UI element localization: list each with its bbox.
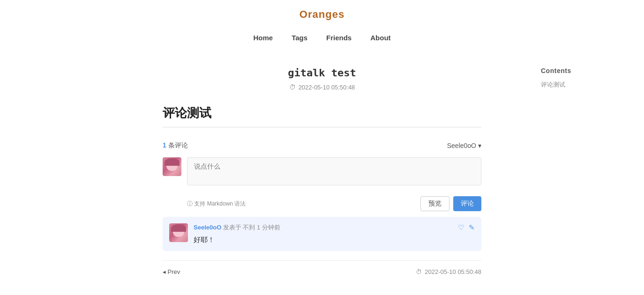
post-title: gitalk test [163,67,481,79]
nav-about[interactable]: About [370,32,390,44]
content-area: gitalk test ⏱ 2022-05-10 05:50:48 评论测试 1… [163,67,481,283]
nav-home[interactable]: Home [253,32,273,44]
comment-body: Seele0oO 发表于 不到 1 分钟前 ♡ ✎ 好耶！ [194,223,475,244]
main-layout: gitalk test ⏱ 2022-05-10 05:50:48 评论测试 1… [0,53,644,295]
page-wrapper: Oranges Home Tags Friends About gitalk t… [0,0,644,295]
edit-icon[interactable]: ✎ [469,223,475,232]
footer-nav-prev[interactable]: ◂ Prev [163,268,180,275]
comments-count-number[interactable]: 1 [163,141,166,149]
post-meta: ⏱ 2022-05-10 05:50:48 [163,83,481,91]
comment-input-wrapper [187,157,481,187]
chevron-down-icon: ▾ [478,142,481,149]
preview-button[interactable]: 预览 [420,196,449,211]
comment-item: Seele0oO 发表于 不到 1 分钟前 ♡ ✎ 好耶！ [163,217,481,251]
post-date: 2022-05-10 05:50:48 [299,84,355,91]
avatar [163,157,181,176]
action-buttons: 预览 评论 [420,196,481,211]
footer-nav-time: ⏱ 2022-05-10 05:50:48 [416,268,481,275]
toc-item-0[interactable]: 评论测试 [541,79,616,90]
comment-textarea[interactable] [187,157,481,185]
comments-count: 1 条评论 [163,141,188,150]
comment-text: 好耶！ [194,236,475,244]
comments-section: 1 条评论 Seele0oO ▾ [163,141,481,251]
markdown-hint: ⓘ 支持 Markdown 语法 [187,200,246,208]
comments-header: 1 条评论 Seele0oO ▾ [163,141,481,150]
like-icon[interactable]: ♡ [458,223,464,232]
comments-count-suffix: 条评论 [166,141,188,149]
footer-nav: ◂ Prev ⏱ 2022-05-10 05:50:48 [163,260,481,283]
markdown-hint-text: ⓘ 支持 Markdown 语法 [187,200,246,208]
comment-avatar-image [169,223,188,242]
prev-label: ◂ Prev [163,268,180,275]
site-header: Oranges Home Tags Friends About [0,0,644,53]
toc-title: Contents [541,67,616,74]
comment-form [163,157,481,187]
comment-actions: ♡ ✎ [458,223,475,232]
comment-meta-row: Seele0oO 发表于 不到 1 分钟前 ♡ ✎ [194,223,475,232]
clock-icon: ⏱ [289,83,296,91]
article-content: 评论测试 [163,105,481,127]
toc-sidebar: Contents 评论测试 [541,67,616,90]
avatar-image [163,157,181,176]
comment-button[interactable]: 评论 [453,196,481,211]
comment-author-info: Seele0oO 发表于 不到 1 分钟前 [194,223,280,232]
article-heading: 评论测试 [163,105,481,127]
comment-avatar [169,223,188,242]
comment-author-name[interactable]: Seele0oO [194,224,221,231]
sort-label: Seele0oO [447,142,476,149]
sort-dropdown[interactable]: Seele0oO ▾ [447,142,481,149]
nav-tags[interactable]: Tags [292,32,307,44]
footer-clock-icon: ⏱ [416,268,422,275]
footer-timestamp: 2022-05-10 05:50:48 [425,268,481,275]
site-title: Oranges [0,8,644,21]
site-nav: Home Tags Friends About [0,27,644,48]
comment-footer: ⓘ 支持 Markdown 语法 预览 评论 [187,196,481,211]
nav-friends[interactable]: Friends [326,32,352,44]
comment-meta-text: 发表于 不到 1 分钟前 [221,224,280,231]
